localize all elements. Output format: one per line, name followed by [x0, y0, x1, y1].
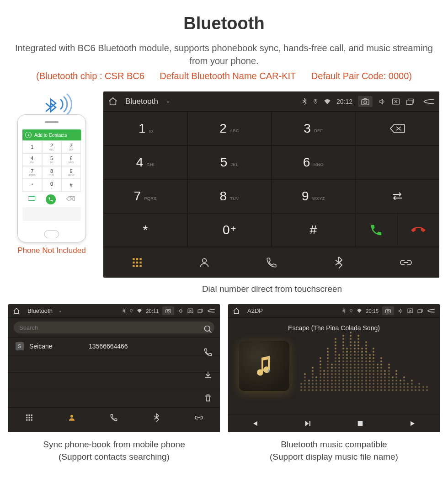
page-title: Bluetooth [8, 14, 440, 33]
svg-rect-10 [139, 262, 141, 263]
svg-point-31 [387, 310, 389, 312]
home-icon[interactable] [108, 97, 118, 107]
call-icon[interactable] [203, 341, 213, 364]
dial-key-4[interactable]: 4GHI [103, 145, 187, 179]
svg-rect-18 [198, 310, 202, 313]
play-pause-button[interactable] [281, 414, 334, 433]
svg-rect-13 [139, 265, 141, 267]
recents-icon[interactable] [405, 98, 415, 105]
location-icon [349, 308, 353, 313]
svg-rect-27 [29, 419, 30, 421]
dial-key-5[interactable]: 5JKL [187, 145, 272, 179]
svg-rect-22 [31, 414, 32, 416]
recents-icon[interactable] [417, 308, 423, 313]
svg-rect-4 [407, 100, 412, 104]
tab-call-log[interactable] [238, 247, 305, 278]
hangup-button[interactable] [398, 214, 439, 247]
screenshot-icon[interactable] [358, 96, 373, 107]
svg-rect-34 [358, 421, 363, 426]
bluetooth-icon [302, 98, 307, 105]
volume-icon[interactable] [378, 98, 386, 105]
svg-rect-24 [29, 417, 30, 419]
close-app-icon[interactable] [407, 308, 413, 313]
svg-point-19 [205, 326, 210, 332]
search-input[interactable] [14, 322, 214, 333]
phone-mockup: + Add to Contacts 12ABC3DEF4GHI5JKL6MNO7… [17, 114, 86, 242]
svg-rect-8 [133, 262, 134, 263]
dial-key-9[interactable]: 9WXYZ [272, 179, 356, 213]
tab-pair[interactable] [177, 408, 220, 427]
tab-bluetooth[interactable] [305, 247, 372, 278]
screenshot-icon[interactable] [162, 306, 174, 315]
location-icon [313, 98, 318, 105]
dial-key-6[interactable]: 6MNO [272, 145, 356, 179]
dial-key-1[interactable]: 1∞ [103, 112, 187, 145]
contact-row[interactable]: S Seicane 13566664466 [8, 338, 220, 355]
bluetooth-icon [342, 308, 346, 314]
description: Integrated with BC6 Bluetooth module, su… [8, 42, 440, 67]
swap-key[interactable] [355, 179, 439, 213]
next-track-button[interactable] [387, 414, 440, 433]
svg-rect-1 [362, 100, 369, 105]
stop-button[interactable] [334, 414, 387, 433]
tab-dialpad[interactable] [8, 408, 51, 427]
svg-point-16 [167, 310, 169, 312]
contact-row [8, 390, 220, 408]
prev-track-button[interactable] [228, 414, 281, 433]
svg-point-29 [70, 415, 73, 418]
headunit-a2dp: A2DP 20:15 Escape (The [228, 304, 440, 432]
audio-visualizer [300, 341, 429, 391]
phone-disclaimer: Phone Not Included [8, 246, 95, 255]
svg-rect-6 [136, 258, 138, 260]
screenshot-icon[interactable] [382, 306, 394, 315]
dial-key-2[interactable]: 2ABC [187, 112, 272, 145]
download-icon[interactable] [203, 364, 213, 386]
close-app-icon[interactable] [187, 308, 193, 313]
backspace-key[interactable] [355, 112, 439, 145]
call-button[interactable] [356, 214, 397, 247]
svg-rect-9 [136, 262, 138, 263]
delete-icon[interactable] [203, 386, 213, 409]
blank [355, 145, 439, 179]
volume-icon[interactable] [178, 308, 184, 314]
recents-icon[interactable] [197, 308, 203, 313]
dial-key-8[interactable]: 8TUV [187, 179, 272, 213]
album-art [239, 341, 289, 391]
svg-rect-23 [27, 417, 28, 419]
dial-key-3[interactable]: 3DEF [272, 112, 356, 145]
back-icon[interactable] [423, 98, 435, 105]
home-icon[interactable] [233, 307, 240, 315]
volume-icon[interactable] [398, 308, 404, 314]
wifi-icon [137, 309, 142, 313]
svg-point-14 [202, 258, 206, 263]
voicemail-icon [28, 196, 35, 201]
headunit-dialer: Bluetooth ⍖ 20:12 1∞2ABC3DEF4GHI5JKL6MNO… [103, 91, 439, 278]
tab-bluetooth[interactable] [135, 408, 178, 427]
back-icon[interactable] [427, 308, 435, 313]
tab-contacts[interactable] [171, 247, 238, 278]
svg-rect-5 [133, 258, 134, 260]
home-icon[interactable] [13, 307, 20, 315]
tab-dialpad[interactable] [103, 247, 171, 278]
phone-call-button [46, 194, 56, 204]
usb-icon: ⍖ [166, 98, 170, 105]
dial-key-0[interactable]: 0+ [187, 213, 272, 247]
dial-key-7[interactable]: 7PQRS [103, 179, 187, 213]
tab-pair[interactable] [372, 247, 439, 278]
a2dp-caption: Bluetooth music compatible(Support displ… [228, 439, 440, 463]
svg-rect-11 [133, 265, 134, 267]
app-title: Bluetooth [125, 97, 158, 106]
app-title: A2DP [247, 307, 263, 314]
close-app-icon[interactable] [392, 98, 400, 105]
tab-contacts[interactable] [51, 408, 93, 427]
svg-point-2 [364, 101, 367, 103]
search-icon[interactable] [203, 318, 213, 341]
tab-call-log[interactable] [93, 408, 135, 427]
clock-text: 20:15 [366, 308, 379, 314]
back-icon[interactable] [207, 308, 215, 313]
svg-rect-28 [31, 419, 32, 421]
dial-key-#[interactable]: # [272, 213, 356, 247]
wifi-icon [357, 309, 362, 313]
dial-key-*[interactable]: * [103, 213, 187, 247]
svg-rect-12 [136, 265, 138, 267]
